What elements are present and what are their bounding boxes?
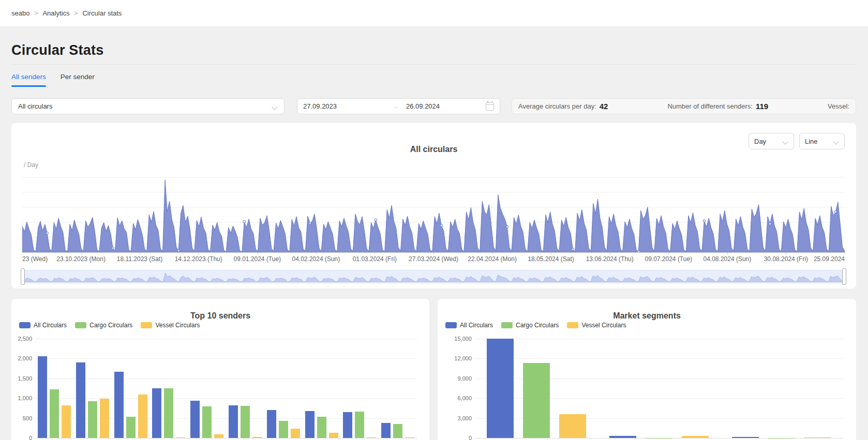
circular-stats-page: seabo > Analytics > Circular stats Circu… [0,0,868,440]
bar-all-circulars [229,405,238,438]
bar-cargo-circulars [279,421,288,438]
market-segments-card: Market segments All CircularsCargo Circu… [438,299,856,440]
data-point-marker [572,248,574,251]
x-axis-tick [492,252,493,254]
brush-left-handle[interactable] [21,268,25,285]
tab-per-sender[interactable]: Per sender [61,70,95,86]
circular-type-select[interactable]: All circulars [11,98,285,114]
bar-cargo-circulars [241,406,250,438]
bar-cargo-circulars [393,424,402,438]
brush-mini-chart [23,270,844,283]
end-date-field[interactable]: 26.09.2024 [406,102,486,110]
x-axis-label: 25.09.2024 [814,255,845,263]
bar-all-circulars [609,436,636,438]
stat-average-per-day: Average circulars per day: 42 [518,102,608,111]
bar-all-circulars [114,372,124,438]
x-axis-label: 18.11.2023 (Sat) [117,255,163,263]
bar-vessel-circulars [682,436,709,438]
breadcrumb-item-analytics[interactable]: Analytics [42,9,69,17]
x-axis-tick [316,252,317,254]
bar-cargo-circulars [126,417,136,438]
bar-vessel-circulars [804,437,831,438]
bar-all-circulars [487,339,514,438]
granularity-value: Day [754,138,766,145]
bar-all-circulars [76,362,85,438]
gridline [475,339,843,339]
data-point-marker [46,232,49,235]
market-bar-chart[interactable]: 03,0006,0009,00012,00015,000 [438,299,856,440]
x-axis-label: 22.04.2024 (Mon) [468,255,517,263]
y-axis-label: 1,000 [11,395,32,401]
y-axis-label: 2,500 [11,336,32,342]
stat-vessel: Vessel: [828,102,849,110]
x-axis-label: 27.03.2024 (Wed) [409,255,458,263]
calendar-icon [486,102,494,111]
y-axis-label: 2,000 [11,355,32,361]
bar-vessel-circulars [176,437,185,438]
x-axis-tick [81,252,82,254]
chart-type-value: Line [805,138,818,145]
chevron-down-icon [783,139,788,144]
start-date-field[interactable]: 27.09.2023 [303,102,393,110]
bar-vessel-circulars [62,405,71,438]
top10-bar-chart[interactable]: 05001,0001,5002,0002,500 [11,299,429,440]
bar-vessel-circulars [329,433,338,438]
data-point-marker [375,219,377,221]
x-axis-label: 23.10.2023 (Mon) [56,255,106,263]
bar-all-circulars [190,401,200,438]
bar-all-circulars [305,411,315,438]
gridline [35,438,417,438]
bar-cargo-circulars [88,401,97,438]
daily-circulars-area-chart[interactable] [22,175,845,252]
breadcrumb-separator-icon: > [74,10,78,17]
y-axis-label: 12,000 [438,355,472,361]
gridline [35,378,417,379]
area-chart-svg [22,175,845,252]
all-circulars-chart-card: Day Line All circulars / Day 23 (Wed)23.… [11,123,856,289]
x-axis-tick [610,252,610,254]
range-arrow-icon: → [393,103,406,110]
y-axis-label: 500 [11,415,32,421]
bar-cargo-circulars [355,412,364,438]
brush-series [23,273,844,282]
gridline [475,438,843,438]
x-axis-labels: 23 (Wed)23.10.2023 (Mon)18.11.2023 (Sat)… [22,254,845,263]
stat-average-value: 42 [600,102,608,111]
x-axis-label: 18.05.2024 (Sat) [528,255,574,263]
stat-average-label: Average circulars per day: [518,102,596,110]
y-axis-label: 15,000 [438,336,472,342]
tab-all-senders[interactable]: All senders [11,70,46,86]
bar-all-circulars [732,437,759,438]
x-axis-label: 30.08.2024 (Fri) [764,255,808,263]
area-series [22,180,845,252]
bar-cargo-circulars [523,363,550,438]
data-point-marker [112,247,114,249]
datazoom-brush[interactable] [22,270,845,283]
breadcrumb-item-seabo[interactable]: seabo [11,9,29,17]
circular-type-value: All circulars [18,102,52,110]
x-axis-tick [727,252,728,254]
data-point-marker [834,210,837,213]
stat-vessel-label: Vessel: [828,102,849,110]
date-range-picker[interactable]: 27.09.2023 → 26.09.2024 [297,98,500,114]
brush-right-handle[interactable] [842,268,846,285]
y-axis-label: 0 [11,435,32,440]
data-point-marker [703,220,706,222]
data-point-marker [177,249,180,252]
page-title: Circular Stats [11,42,103,58]
chevron-down-icon [834,139,839,144]
gridline [475,358,843,359]
x-axis-label: 01.03.2024 (Fri) [353,255,397,263]
x-axis-tick [375,252,375,254]
data-point-marker [440,224,443,227]
data-point-marker [506,225,508,228]
x-axis-label: 09.07.2024 (Tue) [645,255,692,263]
breadcrumb-separator-icon: > [34,10,38,17]
sender-tabs: All senders Per sender [11,70,95,86]
bar-vessel-circulars [367,437,376,438]
bar-vessel-circulars [100,399,109,438]
bar-vessel-circulars [252,437,262,438]
bar-all-circulars [38,356,47,438]
y-axis-label: 9,000 [438,375,472,382]
title-divider [11,64,856,65]
